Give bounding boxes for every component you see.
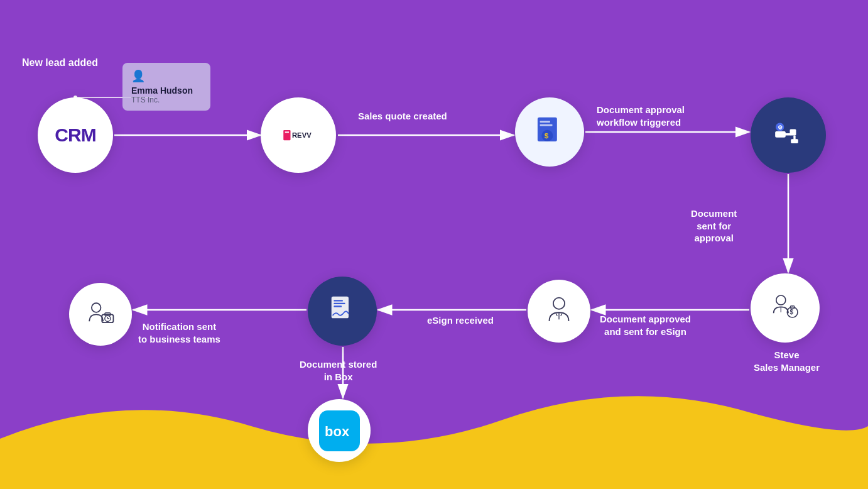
svg-text:$: $ — [790, 309, 794, 316]
svg-text:$: $ — [545, 131, 549, 140]
workflow-node: ⚙ — [751, 97, 826, 173]
esign-person-node — [528, 280, 590, 343]
doc-sent-label: Document sent for approval — [691, 207, 737, 245]
svg-text:⚙: ⚙ — [778, 124, 783, 131]
svg-rect-37 — [334, 300, 343, 301]
revv-logo: REVV — [283, 119, 314, 151]
svg-rect-16 — [540, 121, 550, 123]
svg-rect-13 — [285, 131, 289, 133]
yellow-wave — [0, 388, 868, 489]
document-node — [308, 277, 377, 346]
svg-text:REVV: REVV — [292, 131, 312, 139]
teams-icon — [85, 299, 116, 330]
teams-node — [69, 283, 132, 346]
crm-tooltip: 👤 Emma Hudson TTS Inc. — [122, 63, 210, 111]
svg-point-32 — [553, 298, 565, 309]
tooltip-name: Emma Hudson — [131, 85, 202, 96]
svg-line-35 — [561, 314, 562, 316]
svg-rect-12 — [283, 130, 290, 140]
steve-node: $ — [751, 273, 820, 343]
box-node: box — [308, 399, 371, 462]
svg-rect-22 — [790, 129, 796, 135]
doc-approval-label: Document approval workflow triggered — [597, 104, 685, 128]
doc-approved-label: Document approved and sent for eSign — [600, 313, 691, 338]
svg-point-40 — [92, 303, 101, 312]
person-icon: 👤 — [131, 69, 202, 83]
quote-icon: $ — [534, 116, 565, 148]
box-logo-bg: box — [319, 410, 360, 451]
quote-node: $ — [515, 97, 584, 167]
sales-quote-label: Sales quote created — [358, 110, 447, 123]
crm-label: CRM — [55, 124, 95, 146]
box-logo: box — [323, 415, 355, 446]
svg-text:box: box — [325, 424, 350, 439]
svg-line-34 — [556, 314, 557, 316]
svg-rect-24 — [791, 139, 798, 143]
svg-rect-39 — [334, 305, 342, 307]
svg-point-27 — [776, 295, 786, 305]
crm-node: CRM — [38, 97, 113, 173]
steve-name-label: Steve Sales Manager — [754, 349, 820, 373]
new-lead-label: New lead added — [22, 57, 98, 70]
svg-rect-23 — [793, 135, 795, 140]
esign-person-icon — [543, 295, 575, 327]
svg-rect-17 — [540, 124, 553, 126]
document-icon — [327, 295, 358, 327]
steve-icon: $ — [769, 292, 801, 324]
esign-received-label: eSign received — [427, 314, 494, 327]
revv-node: REVV — [261, 97, 336, 173]
tooltip-company: TTS Inc. — [131, 96, 202, 104]
workflow-icon: ⚙ — [773, 119, 804, 151]
doc-stored-label: Document stored in Box — [300, 358, 377, 383]
svg-rect-38 — [334, 303, 345, 304]
notification-label: Notification sent to business teams — [138, 321, 220, 345]
